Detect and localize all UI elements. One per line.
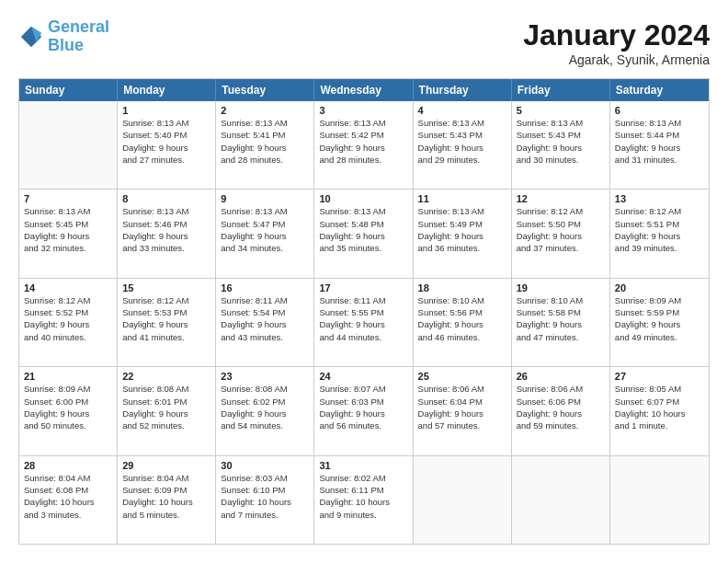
calendar-header: SundayMondayTuesdayWednesdayThursdayFrid…: [19, 79, 709, 101]
day-number: 2: [221, 105, 309, 116]
day-number: 30: [221, 460, 309, 471]
logo: General Blue: [18, 18, 109, 55]
day-cell-11: 11Sunrise: 8:13 AMSunset: 5:49 PMDayligh…: [414, 190, 512, 277]
day-info: Sunrise: 8:13 AMSunset: 5:40 PMDaylight:…: [122, 117, 210, 166]
day-cell-1: 1Sunrise: 8:13 AMSunset: 5:40 PMDaylight…: [118, 101, 216, 189]
empty-cell: [512, 456, 610, 544]
day-number: 24: [319, 371, 407, 382]
day-cell-23: 23Sunrise: 8:08 AMSunset: 6:02 PMDayligh…: [216, 367, 314, 454]
day-cell-19: 19Sunrise: 8:10 AMSunset: 5:58 PMDayligh…: [512, 279, 610, 366]
day-info: Sunrise: 8:06 AMSunset: 6:04 PMDaylight:…: [418, 383, 506, 431]
day-number: 27: [615, 371, 704, 382]
day-number: 25: [418, 371, 506, 382]
day-cell-15: 15Sunrise: 8:12 AMSunset: 5:53 PMDayligh…: [118, 279, 216, 366]
day-cell-16: 16Sunrise: 8:11 AMSunset: 5:54 PMDayligh…: [216, 279, 314, 366]
day-info: Sunrise: 8:13 AMSunset: 5:48 PMDaylight:…: [319, 205, 407, 254]
calendar-row-1: 1Sunrise: 8:13 AMSunset: 5:40 PMDaylight…: [19, 101, 709, 190]
day-info: Sunrise: 8:08 AMSunset: 6:01 PMDaylight:…: [122, 383, 210, 431]
day-info: Sunrise: 8:12 AMSunset: 5:53 PMDaylight:…: [122, 294, 210, 343]
day-info: Sunrise: 8:10 AMSunset: 5:58 PMDaylight:…: [517, 294, 605, 343]
day-info: Sunrise: 8:12 AMSunset: 5:50 PMDaylight:…: [517, 205, 605, 254]
day-number: 8: [122, 193, 210, 204]
day-number: 9: [221, 193, 309, 204]
weekday-header-saturday: Saturday: [610, 79, 709, 101]
day-number: 5: [517, 105, 605, 116]
day-info: Sunrise: 8:12 AMSunset: 5:52 PMDaylight:…: [24, 294, 112, 343]
day-number: 23: [221, 371, 309, 382]
day-cell-14: 14Sunrise: 8:12 AMSunset: 5:52 PMDayligh…: [19, 279, 118, 366]
empty-cell: [610, 456, 709, 544]
day-cell-24: 24Sunrise: 8:07 AMSunset: 6:03 PMDayligh…: [314, 367, 413, 454]
day-info: Sunrise: 8:12 AMSunset: 5:51 PMDaylight:…: [615, 205, 704, 254]
day-number: 21: [24, 371, 112, 382]
weekday-header-sunday: Sunday: [19, 79, 118, 101]
day-info: Sunrise: 8:13 AMSunset: 5:45 PMDaylight:…: [24, 205, 112, 254]
day-number: 11: [418, 193, 506, 204]
header: General Blue January 2024 Agarak, Syunik…: [18, 18, 710, 67]
title-section: January 2024 Agarak, Syunik, Armenia: [523, 18, 710, 67]
day-cell-10: 10Sunrise: 8:13 AMSunset: 5:48 PMDayligh…: [314, 190, 413, 277]
calendar-row-3: 14Sunrise: 8:12 AMSunset: 5:52 PMDayligh…: [19, 279, 709, 367]
day-number: 28: [24, 460, 112, 471]
day-cell-17: 17Sunrise: 8:11 AMSunset: 5:55 PMDayligh…: [314, 279, 413, 366]
day-info: Sunrise: 8:04 AMSunset: 6:09 PMDaylight:…: [122, 472, 210, 521]
day-info: Sunrise: 8:04 AMSunset: 6:08 PMDaylight:…: [24, 472, 112, 521]
empty-cell: [19, 101, 118, 189]
logo-icon: [18, 24, 44, 50]
day-number: 20: [615, 282, 704, 293]
weekday-header-tuesday: Tuesday: [216, 79, 314, 101]
logo-line1: General: [48, 17, 109, 36]
day-number: 29: [122, 460, 210, 471]
day-info: Sunrise: 8:05 AMSunset: 6:07 PMDaylight:…: [615, 383, 704, 431]
day-number: 1: [122, 105, 210, 116]
day-cell-22: 22Sunrise: 8:08 AMSunset: 6:01 PMDayligh…: [118, 367, 216, 454]
day-number: 31: [319, 460, 407, 471]
day-number: 16: [221, 282, 309, 293]
weekday-header-friday: Friday: [512, 79, 610, 101]
day-info: Sunrise: 8:13 AMSunset: 5:42 PMDaylight:…: [319, 117, 407, 166]
day-number: 19: [517, 282, 605, 293]
day-info: Sunrise: 8:13 AMSunset: 5:49 PMDaylight:…: [418, 205, 506, 254]
day-cell-12: 12Sunrise: 8:12 AMSunset: 5:50 PMDayligh…: [512, 190, 610, 277]
day-number: 6: [615, 105, 704, 116]
month-title: January 2024: [523, 18, 710, 52]
calendar-row-5: 28Sunrise: 8:04 AMSunset: 6:08 PMDayligh…: [19, 456, 709, 544]
day-info: Sunrise: 8:08 AMSunset: 6:02 PMDaylight:…: [221, 383, 309, 431]
day-cell-8: 8Sunrise: 8:13 AMSunset: 5:46 PMDaylight…: [118, 190, 216, 277]
day-cell-26: 26Sunrise: 8:06 AMSunset: 6:06 PMDayligh…: [512, 367, 610, 454]
weekday-header-thursday: Thursday: [414, 79, 512, 101]
day-number: 13: [615, 193, 704, 204]
day-number: 3: [319, 105, 407, 116]
day-cell-2: 2Sunrise: 8:13 AMSunset: 5:41 PMDaylight…: [216, 101, 314, 189]
day-cell-30: 30Sunrise: 8:03 AMSunset: 6:10 PMDayligh…: [216, 456, 314, 544]
day-number: 7: [24, 193, 112, 204]
day-number: 17: [319, 282, 407, 293]
day-cell-28: 28Sunrise: 8:04 AMSunset: 6:08 PMDayligh…: [19, 456, 118, 544]
calendar-body: 1Sunrise: 8:13 AMSunset: 5:40 PMDaylight…: [19, 101, 709, 544]
day-cell-31: 31Sunrise: 8:02 AMSunset: 6:11 PMDayligh…: [314, 456, 413, 544]
day-number: 15: [122, 282, 210, 293]
day-info: Sunrise: 8:13 AMSunset: 5:43 PMDaylight:…: [517, 117, 605, 166]
day-info: Sunrise: 8:02 AMSunset: 6:11 PMDaylight:…: [319, 472, 407, 521]
logo-line2: Blue: [48, 36, 84, 54]
empty-cell: [414, 456, 512, 544]
day-info: Sunrise: 8:11 AMSunset: 5:55 PMDaylight:…: [319, 294, 407, 343]
page: General Blue January 2024 Agarak, Syunik…: [0, 0, 728, 563]
day-cell-6: 6Sunrise: 8:13 AMSunset: 5:44 PMDaylight…: [610, 101, 709, 189]
day-cell-25: 25Sunrise: 8:06 AMSunset: 6:04 PMDayligh…: [414, 367, 512, 454]
calendar-row-4: 21Sunrise: 8:09 AMSunset: 6:00 PMDayligh…: [19, 367, 709, 455]
day-cell-18: 18Sunrise: 8:10 AMSunset: 5:56 PMDayligh…: [414, 279, 512, 366]
day-cell-4: 4Sunrise: 8:13 AMSunset: 5:43 PMDaylight…: [414, 101, 512, 189]
day-cell-29: 29Sunrise: 8:04 AMSunset: 6:09 PMDayligh…: [118, 456, 216, 544]
location: Agarak, Syunik, Armenia: [523, 52, 710, 67]
day-cell-3: 3Sunrise: 8:13 AMSunset: 5:42 PMDaylight…: [314, 101, 413, 189]
day-info: Sunrise: 8:03 AMSunset: 6:10 PMDaylight:…: [221, 472, 309, 521]
day-info: Sunrise: 8:10 AMSunset: 5:56 PMDaylight:…: [418, 294, 506, 343]
day-number: 10: [319, 193, 407, 204]
day-number: 12: [517, 193, 605, 204]
weekday-header-wednesday: Wednesday: [314, 79, 413, 101]
logo-text: General Blue: [48, 18, 109, 55]
day-info: Sunrise: 8:13 AMSunset: 5:41 PMDaylight:…: [221, 117, 309, 166]
day-number: 14: [24, 282, 112, 293]
day-info: Sunrise: 8:13 AMSunset: 5:47 PMDaylight:…: [221, 205, 309, 254]
